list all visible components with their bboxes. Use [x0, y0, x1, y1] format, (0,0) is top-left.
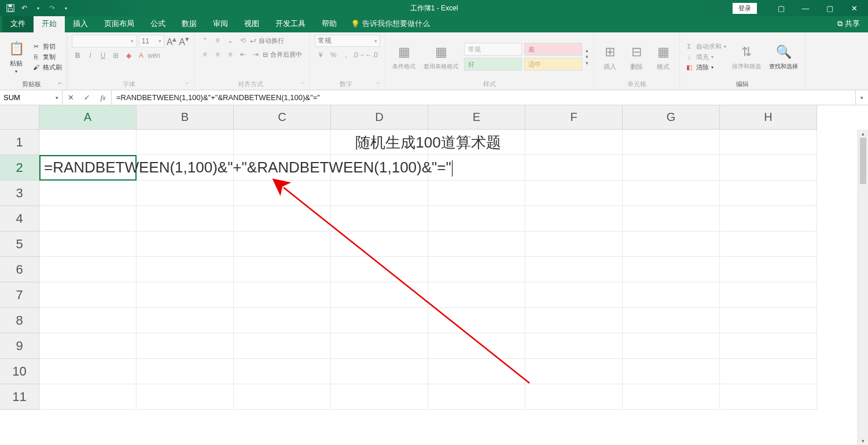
- cell-B10[interactable]: [137, 359, 234, 384]
- tab-view[interactable]: 视图: [236, 15, 267, 32]
- cell-H5[interactable]: [720, 231, 817, 257]
- format-cells-button[interactable]: ▦格式: [652, 42, 675, 72]
- cell-B4[interactable]: [137, 206, 234, 231]
- cell-C2[interactable]: [234, 155, 331, 181]
- cell-D10[interactable]: [331, 359, 428, 384]
- format-table-button[interactable]: ▦ 套用表格格式: [421, 42, 461, 72]
- cell-A5[interactable]: [39, 231, 137, 257]
- minimize-button[interactable]: —: [794, 0, 817, 16]
- cell-A3[interactable]: [39, 181, 137, 206]
- scroll-down-icon[interactable]: ▾: [858, 437, 868, 445]
- cell-D3[interactable]: [331, 181, 428, 206]
- wrap-text-button[interactable]: ⮐自动换行: [250, 36, 305, 45]
- cell-H1[interactable]: [720, 130, 817, 155]
- cell-H7[interactable]: [720, 282, 817, 308]
- cell-H11[interactable]: [720, 384, 817, 410]
- align-bottom-icon[interactable]: ⌄: [225, 35, 236, 46]
- login-button[interactable]: 登录: [733, 3, 757, 14]
- cell-H9[interactable]: [720, 333, 817, 359]
- style-neutral[interactable]: 适中: [524, 58, 582, 71]
- tell-me-search[interactable]: 💡 告诉我你想要做什么: [345, 15, 436, 32]
- col-header-H[interactable]: H: [720, 105, 817, 130]
- cell-G7[interactable]: [623, 282, 720, 308]
- cell-A11[interactable]: [39, 384, 137, 410]
- undo-icon[interactable]: ↶: [19, 2, 30, 14]
- comma-button[interactable]: ,: [340, 49, 352, 61]
- currency-button[interactable]: ¥: [315, 49, 326, 61]
- tab-review[interactable]: 审阅: [205, 15, 236, 32]
- border-button[interactable]: ⊞: [110, 50, 122, 61]
- cell-F4[interactable]: [525, 206, 623, 231]
- align-center-icon[interactable]: ≡: [212, 49, 223, 60]
- cell-B1[interactable]: [137, 130, 234, 155]
- cell-B2[interactable]: [137, 155, 234, 181]
- cell-E1[interactable]: [428, 130, 525, 155]
- share-button[interactable]: ⧉ 共享: [829, 15, 868, 32]
- cell-G5[interactable]: [623, 231, 720, 257]
- cell-F5[interactable]: [525, 231, 623, 257]
- col-header-D[interactable]: D: [331, 105, 428, 130]
- row-header-11[interactable]: 11: [0, 384, 39, 410]
- cell-D6[interactable]: [331, 257, 428, 282]
- cell-C9[interactable]: [234, 333, 331, 359]
- tab-file[interactable]: 文件: [2, 15, 34, 32]
- cancel-formula-button[interactable]: ✕: [62, 93, 79, 102]
- row-header-10[interactable]: 10: [0, 359, 39, 384]
- cell-H8[interactable]: [720, 308, 817, 333]
- save-icon[interactable]: [5, 2, 16, 14]
- clear-button[interactable]: ◧清除▾: [685, 62, 726, 72]
- cut-button[interactable]: ✂剪切: [31, 42, 62, 51]
- cell-D5[interactable]: [331, 231, 428, 257]
- undo-dropdown-icon[interactable]: ▾: [32, 2, 44, 14]
- cell-F7[interactable]: [525, 282, 623, 308]
- col-header-C[interactable]: C: [234, 105, 331, 130]
- row-header-2[interactable]: 2: [0, 155, 39, 181]
- cell-F6[interactable]: [525, 257, 623, 282]
- select-all-corner[interactable]: [0, 105, 39, 130]
- cell-D8[interactable]: [331, 308, 428, 333]
- row-header-4[interactable]: 4: [0, 206, 39, 231]
- increase-font-icon[interactable]: A▴: [167, 35, 177, 47]
- cell-A8[interactable]: [39, 308, 137, 333]
- cell-C5[interactable]: [234, 231, 331, 257]
- cell-G10[interactable]: [623, 359, 720, 384]
- col-header-F[interactable]: F: [525, 105, 623, 130]
- tab-help[interactable]: 帮助: [314, 15, 345, 32]
- maximize-button[interactable]: ▢: [818, 0, 841, 16]
- cell-E4[interactable]: [428, 206, 525, 231]
- cell-H3[interactable]: [720, 181, 817, 206]
- cell-D11[interactable]: [331, 384, 428, 410]
- cell-E11[interactable]: [428, 384, 525, 410]
- decrease-decimal-icon[interactable]: ←.0: [366, 49, 377, 61]
- orientation-icon[interactable]: ⟲: [237, 35, 249, 46]
- row-header-6[interactable]: 6: [0, 257, 39, 282]
- row-header-7[interactable]: 7: [0, 282, 39, 308]
- cell-C6[interactable]: [234, 257, 331, 282]
- name-box[interactable]: SUM ▾: [0, 90, 62, 105]
- cell-F10[interactable]: [525, 359, 623, 384]
- cell-C8[interactable]: [234, 308, 331, 333]
- gallery-down-icon[interactable]: ▾: [586, 54, 589, 60]
- cell-E7[interactable]: [428, 282, 525, 308]
- gallery-more-icon[interactable]: ▾: [586, 60, 589, 66]
- col-header-E[interactable]: E: [428, 105, 525, 130]
- cell-E6[interactable]: [428, 257, 525, 282]
- cell-H4[interactable]: [720, 206, 817, 231]
- tab-insert[interactable]: 插入: [65, 15, 96, 32]
- formula-input[interactable]: =RANDBETWEEN(1,100)&"+"&RANDBETWEEN(1,10…: [112, 90, 855, 105]
- cell-A6[interactable]: [39, 257, 137, 282]
- alignment-launcher[interactable]: ⌐: [301, 80, 305, 86]
- cell-E2[interactable]: [428, 155, 525, 181]
- cell-E8[interactable]: [428, 308, 525, 333]
- cell-A4[interactable]: [39, 206, 137, 231]
- cell-D4[interactable]: [331, 206, 428, 231]
- indent-decrease-icon[interactable]: ⇤: [237, 49, 249, 60]
- close-button[interactable]: ✕: [843, 0, 866, 16]
- cell-D7[interactable]: [331, 282, 428, 308]
- cell-A10[interactable]: [39, 359, 137, 384]
- cell-A2[interactable]: [39, 155, 137, 181]
- row-header-1[interactable]: 1: [0, 130, 39, 155]
- qat-customize-icon[interactable]: ▾: [60, 2, 72, 14]
- cell-B9[interactable]: [137, 333, 234, 359]
- cell-D1[interactable]: [331, 130, 428, 155]
